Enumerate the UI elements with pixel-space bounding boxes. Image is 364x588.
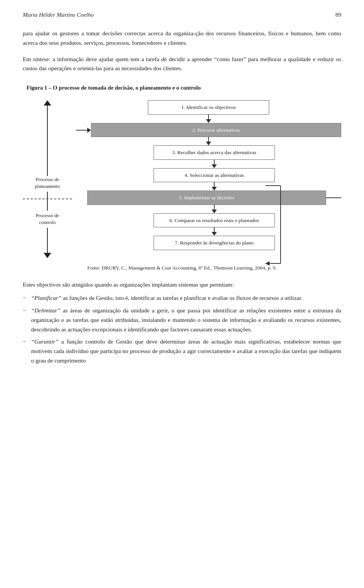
arrow-head-3 bbox=[212, 164, 217, 168]
flow-arrow-2 bbox=[206, 137, 211, 145]
label-controlo: Processo decontrolo bbox=[36, 212, 59, 225]
fonte-text: Fonte: DRURY, C., Management & Cost Acco… bbox=[23, 265, 341, 271]
arrow-line-3 bbox=[214, 160, 215, 164]
flow-box-3: 3. Recolher dados acerca das alternativa… bbox=[154, 145, 275, 160]
header-title: Maria Hélder Martins Coelho bbox=[23, 11, 94, 18]
left-bottom-arrow-block bbox=[44, 228, 51, 258]
feedback-arrow bbox=[326, 197, 341, 198]
dash-item-3-text: “Garantir” a função controlo de Gestão q… bbox=[31, 337, 341, 365]
arrow-head-5 bbox=[212, 210, 217, 213]
figure-title: Figura 1 – O processo de tomada de decis… bbox=[23, 85, 341, 91]
diagram-right-side: 1. Identificar os objectivos bbox=[72, 100, 341, 250]
box-3-group: 3. Recolher dados acerca das alternativa… bbox=[76, 145, 341, 168]
arrow-line-5 bbox=[214, 205, 215, 210]
box-1-group: 1. Identificar os objectivos bbox=[76, 100, 341, 123]
flow-box-1: 1. Identificar os objectivos bbox=[148, 100, 269, 115]
v-line-mid bbox=[47, 192, 48, 199]
box-2-row: 2. Procurar alternativas bbox=[76, 123, 341, 137]
flow-arrow-5 bbox=[212, 205, 217, 213]
h-line-left bbox=[76, 130, 87, 131]
dash-item-3: − “Garantir” a função controlo de Gestão… bbox=[23, 337, 341, 365]
diagram-wrapper: Processo deplaneamento Processo decontro… bbox=[23, 100, 341, 258]
page-header: Maria Hélder Martins Coelho 89 bbox=[23, 11, 341, 18]
dash-sym-1: − bbox=[23, 293, 31, 303]
arrow-up-icon bbox=[44, 100, 51, 106]
vertical-line-top bbox=[47, 106, 48, 176]
flow-arrow-3 bbox=[212, 160, 217, 168]
vertical-line-bottom bbox=[47, 228, 48, 253]
dash-item-2-text: “Delimitar” as áreas de organização da u… bbox=[31, 306, 341, 334]
dash-items-container: − “Planificar” as funções de Gestão, ist… bbox=[23, 293, 341, 366]
box-5-row: 5. Implementar as decisões bbox=[76, 191, 341, 205]
v-line-lower bbox=[47, 199, 48, 211]
figure-section: Figura 1 – O processo de tomada de decis… bbox=[23, 85, 341, 271]
dash-item-1-text: “Planificar” as funções de Gestão, isto … bbox=[31, 293, 302, 303]
diagram-left-side: Processo deplaneamento Processo decontro… bbox=[23, 100, 72, 258]
flow-box-4: 4. Seleccionar as alternativas bbox=[154, 168, 275, 183]
dash-item-1: − “Planificar” as funções de Gestão, ist… bbox=[23, 293, 341, 303]
box-5-group: 5. Implementar as decisões bbox=[76, 191, 341, 213]
arrow-line-4 bbox=[214, 182, 215, 187]
page: Maria Hélder Martins Coelho 89 para ajud… bbox=[0, 0, 364, 588]
paragraph-2: Em síntese: a informação deve ajudar que… bbox=[23, 55, 341, 74]
left-arrow-right bbox=[76, 128, 91, 133]
paragraph-3: Estes objectivos são atingidos quando as… bbox=[23, 280, 341, 290]
flow-arrow-1 bbox=[206, 115, 211, 123]
dashed-line-block bbox=[23, 192, 72, 211]
box-2-group: 2. Procurar alternativas bbox=[76, 123, 341, 146]
arrow-line-2 bbox=[208, 137, 209, 142]
header-page: 89 bbox=[336, 11, 342, 18]
flow-arrow-4 bbox=[212, 182, 217, 191]
paragraph-1: para ajudar os gestores a tomar decisões… bbox=[23, 29, 341, 48]
box-4-group: 4. Seleccionar as alternativas bbox=[76, 168, 341, 191]
arrow-head-2 bbox=[206, 142, 211, 145]
box-6-group: 6. Comparar os resultados reais e planea… bbox=[76, 213, 341, 236]
flow-boxes-container: 1. Identificar os objectivos bbox=[76, 100, 341, 250]
flow-box-2: 2. Procurar alternativas bbox=[91, 123, 341, 137]
flow-arrow-6 bbox=[212, 227, 217, 236]
dash-item-2: − “Delimitar” as áreas de organização da… bbox=[23, 306, 341, 334]
arrow-down-icon bbox=[44, 253, 51, 258]
dash-sym-3: − bbox=[23, 337, 31, 347]
flow-box-5: 5. Implementar as decisões bbox=[87, 191, 326, 205]
feedback-h-line-right bbox=[326, 197, 341, 198]
arrow-head-1 bbox=[206, 119, 211, 123]
arrow-head-right bbox=[87, 128, 91, 133]
box-7-group: 7. Responder às divergências do plano bbox=[76, 236, 341, 250]
arrow-line-6 bbox=[214, 227, 215, 232]
dash-sym-2: − bbox=[23, 306, 31, 315]
flow-box-7: 7. Responder às divergências do plano bbox=[154, 236, 275, 250]
arrow-line-1 bbox=[208, 115, 209, 119]
label-planeamento: Processo deplaneamento bbox=[35, 176, 60, 189]
flow-box-6: 6. Comparar os resultados reais e planea… bbox=[154, 213, 275, 228]
left-top-arrow-block bbox=[44, 100, 51, 176]
arrow-head-4 bbox=[212, 187, 217, 191]
arrow-head-6 bbox=[212, 232, 217, 236]
